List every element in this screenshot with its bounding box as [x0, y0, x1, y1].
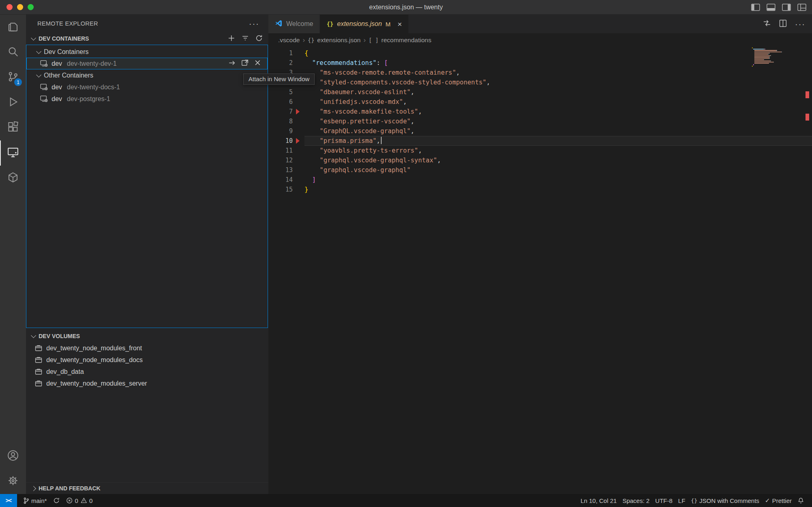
- code-line[interactable]: 7 "ms-vscode.makefile-tools",: [268, 107, 812, 117]
- activity-settings[interactable]: [0, 469, 26, 494]
- indentation-status[interactable]: Spaces: 2: [620, 494, 652, 507]
- zoom-window-button[interactable]: [28, 4, 34, 10]
- activity-run-debug[interactable]: [0, 90, 26, 115]
- branch-icon: [23, 497, 29, 504]
- open-changes-icon[interactable]: [763, 19, 771, 28]
- account-icon: [7, 449, 19, 463]
- minimap[interactable]: [752, 47, 797, 67]
- code-text: "graphql.vscode-graphql-syntax",: [304, 155, 812, 165]
- breadcrumb-symbol[interactable]: recommendations: [381, 37, 431, 44]
- code-line[interactable]: 8 "esbenp.prettier-vscode",: [268, 117, 812, 126]
- cursor-position-status[interactable]: Ln 10, Col 21: [578, 494, 620, 507]
- filter-icon[interactable]: [242, 35, 249, 43]
- code-line[interactable]: 15}: [268, 185, 812, 194]
- volume-icon: [35, 357, 42, 363]
- code-line[interactable]: 3 "ms-vscode-remote.remote-containers",: [268, 68, 812, 78]
- encoding-status[interactable]: UTF-8: [652, 494, 676, 507]
- section-dev-containers-header[interactable]: DEV CONTAINERS: [26, 32, 268, 45]
- close-tab-icon[interactable]: ×: [397, 20, 402, 28]
- notifications-bell[interactable]: [795, 494, 807, 507]
- gutter-marker-slot: [293, 48, 304, 58]
- container-name: dev-twenty-dev-1: [67, 60, 117, 67]
- remote-explorer-icon: [7, 146, 19, 160]
- toggle-panel-icon[interactable]: [767, 4, 775, 11]
- line-number: 13: [268, 165, 293, 175]
- activity-accounts[interactable]: [0, 444, 26, 469]
- branch-name: main*: [31, 497, 47, 504]
- language-mode-label: JSON with Comments: [700, 497, 760, 504]
- git-branch-status[interactable]: main*: [20, 494, 50, 507]
- toggle-primary-sidebar-icon[interactable]: [751, 4, 760, 11]
- code-line[interactable]: 10 "prisma.prisma",: [268, 136, 812, 146]
- refresh-icon[interactable]: [255, 35, 263, 43]
- attach-new-window-icon[interactable]: [241, 59, 249, 68]
- volume-row[interactable]: dev_twenty_node_modules_front: [26, 342, 268, 354]
- code-text: "unifiedjs.vscode-mdx",: [304, 97, 812, 107]
- volume-row[interactable]: dev_twenty_node_modules_docs: [26, 354, 268, 366]
- code-text: "ms-vscode.makefile-tools",: [304, 107, 812, 117]
- tree-group-other-containers[interactable]: Other Containers: [26, 69, 268, 81]
- code-line[interactable]: 11 "yoavbls.pretty-ts-errors",: [268, 146, 812, 155]
- activity-explorer[interactable]: [0, 15, 26, 40]
- section-help-feedback[interactable]: HELP AND FEEDBACK: [26, 482, 268, 494]
- sidebar-more-actions-icon[interactable]: ···: [249, 19, 259, 28]
- tree-group-dev-containers[interactable]: Dev Containers: [26, 46, 268, 58]
- vscode-window: extensions.json — twenty 1: [0, 0, 812, 507]
- remote-indicator[interactable]: ><: [0, 494, 17, 507]
- gutter-marker-slot: [293, 175, 304, 185]
- close-icon[interactable]: [254, 59, 261, 68]
- code-line[interactable]: 4 "styled-components.vscode-styled-compo…: [268, 78, 812, 87]
- activity-source-control[interactable]: 1: [0, 65, 26, 90]
- add-container-icon[interactable]: [228, 35, 235, 43]
- volume-row[interactable]: dev_db_data: [26, 366, 268, 378]
- customize-layout-icon[interactable]: [797, 4, 806, 11]
- code-line[interactable]: 5 "dbaeumer.vscode-eslint",: [268, 87, 812, 97]
- dev-containers-tree: Dev Containers dev dev-twenty-dev-1 Othe…: [26, 45, 268, 328]
- activity-extensions[interactable]: [0, 115, 26, 140]
- code-editor[interactable]: 1{2 "recommendations": [3 "ms-vscode-rem…: [268, 47, 812, 494]
- problems-status[interactable]: 0 0: [63, 494, 95, 507]
- eol-status[interactable]: LF: [675, 494, 688, 507]
- container-row-dev-twenty-dev-1[interactable]: dev dev-twenty-dev-1: [26, 58, 268, 69]
- code-line[interactable]: 2 "recommendations": [: [268, 58, 812, 68]
- tab-label: Welcome: [286, 20, 313, 28]
- more-actions-icon[interactable]: ···: [795, 19, 806, 29]
- volume-icon: [35, 345, 42, 352]
- volume-row[interactable]: dev_twenty_node_modules_server: [26, 378, 268, 389]
- gutter-marker-slot: [293, 107, 304, 117]
- toggle-secondary-sidebar-icon[interactable]: [782, 4, 791, 11]
- code-text: "graphql.vscode-graphql": [304, 165, 812, 175]
- volume-icon: [35, 369, 42, 375]
- line-number: 9: [268, 126, 293, 136]
- code-line[interactable]: 6 "unifiedjs.vscode-mdx",: [268, 97, 812, 107]
- gutter-marker-slot: [293, 165, 304, 175]
- activity-dev-containers[interactable]: [0, 166, 26, 191]
- tab-extensions-json[interactable]: {} extensions.json M ×: [320, 15, 409, 33]
- split-editor-icon[interactable]: [779, 19, 787, 29]
- code-line[interactable]: 12 "graphql.vscode-graphql-syntax",: [268, 155, 812, 165]
- breadcrumb-file[interactable]: extensions.json: [317, 37, 361, 44]
- formatter-status[interactable]: ✓ Prettier: [762, 494, 795, 507]
- minimap-content: [752, 47, 797, 67]
- container-row-dev-postgres-1[interactable]: dev dev-postgres-1: [26, 93, 268, 105]
- tab-welcome[interactable]: Welcome: [268, 15, 320, 33]
- dev-container-icon: [40, 60, 48, 67]
- code-line[interactable]: 13 "graphql.vscode-graphql": [268, 165, 812, 175]
- code-line[interactable]: 14 ]: [268, 175, 812, 185]
- line-number: 7: [268, 107, 293, 117]
- close-window-button[interactable]: [6, 4, 13, 10]
- code-line[interactable]: 1{: [268, 48, 812, 58]
- section-dev-volumes-header[interactable]: DEV VOLUMES: [26, 330, 268, 342]
- language-mode-status[interactable]: {} JSON with Comments: [688, 494, 762, 507]
- container-row-dev-twenty-docs-1[interactable]: dev dev-twenty-docs-1: [26, 81, 268, 93]
- sync-changes-status[interactable]: [50, 494, 63, 507]
- code-line[interactable]: 9 "GraphQL.vscode-graphql",: [268, 126, 812, 136]
- minimize-window-button[interactable]: [17, 4, 23, 10]
- chevron-down-icon: [31, 35, 36, 41]
- error-count: 0: [75, 497, 78, 504]
- activity-remote-explorer[interactable]: [0, 140, 26, 166]
- activity-search[interactable]: [0, 40, 26, 65]
- code-text: "prisma.prisma",: [304, 136, 812, 146]
- breadcrumb-folder[interactable]: .vscode: [278, 37, 300, 44]
- attach-current-window-icon[interactable]: [228, 60, 236, 68]
